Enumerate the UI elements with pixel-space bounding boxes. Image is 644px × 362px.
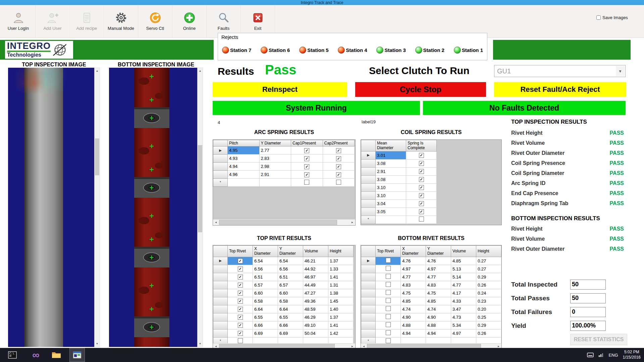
toolbar-button[interactable]: Online	[172, 5, 207, 38]
grid-cell[interactable]: 44.49	[303, 281, 328, 289]
grid-cell[interactable]: 2.77	[259, 146, 291, 155]
grid-cell[interactable]: 2.91	[259, 171, 291, 179]
cell-checkbox[interactable]	[386, 274, 391, 279]
row-header[interactable]	[361, 199, 376, 207]
grid-cell[interactable]: 6.69	[278, 329, 303, 337]
grid-cell[interactable]: 4.94	[426, 329, 451, 337]
grid-cell[interactable]: ✓	[291, 155, 323, 163]
grid-cell[interactable]: ✓	[323, 155, 355, 163]
grid-cell[interactable]: 4.77	[451, 281, 476, 289]
grid-cell[interactable]: 6.57	[253, 281, 278, 289]
grid-cell[interactable]: 6.60	[253, 289, 278, 297]
cell-checkbox[interactable]	[419, 217, 424, 222]
scroll-up-arrow[interactable]: ▲	[95, 68, 100, 74]
top-rivet-grid[interactable]: ◄ ► Top RivetX DiameterY DiameterVolumeH…	[213, 245, 356, 350]
row-header[interactable]	[361, 313, 376, 321]
row-header[interactable]	[213, 289, 228, 297]
row-header[interactable]	[213, 329, 228, 337]
grid-cell[interactable]: ✓	[228, 289, 253, 297]
grid-cell[interactable]: 48.59	[303, 305, 328, 313]
cell-checkbox[interactable]: ✓	[419, 153, 424, 158]
grid-cell[interactable]: 4.74	[401, 305, 426, 313]
cell-checkbox[interactable]: ✓	[238, 291, 243, 296]
toolbar-button[interactable]: User LogIn	[1, 5, 36, 38]
grid-cell[interactable]	[228, 179, 260, 187]
grid-cell[interactable]: 0.25	[476, 313, 501, 321]
grid-cell[interactable]	[376, 257, 401, 265]
grid-cell[interactable]: 1.41	[328, 321, 354, 329]
grid-cell[interactable]: ✓	[228, 329, 253, 337]
grid-cell[interactable]	[406, 216, 437, 224]
column-header[interactable]: X Diameter	[401, 246, 426, 257]
cell-checkbox[interactable]: ✓	[419, 169, 424, 174]
grid-cell[interactable]: 4.33	[451, 297, 476, 305]
cell-checkbox[interactable]: ✓	[419, 185, 424, 190]
grid-cell[interactable]: 46.29	[303, 313, 328, 321]
chevron-down-icon[interactable]: ▾	[616, 66, 625, 76]
grid-cell[interactable]	[323, 179, 355, 187]
grid-cell[interactable]: 1.37	[328, 313, 354, 321]
cell-checkbox[interactable]: ✓	[238, 275, 243, 280]
grid-cell[interactable]: 4.88	[401, 321, 426, 329]
grid-cell[interactable]: 3.01	[376, 151, 406, 159]
row-header[interactable]	[361, 273, 376, 281]
cell-checkbox[interactable]: ✓	[419, 201, 424, 206]
grid-cell[interactable]: 0.20	[476, 305, 501, 313]
column-header[interactable]: Top Rivet	[376, 246, 401, 257]
grid-cell[interactable]: 50.04	[303, 329, 328, 337]
grid-cell[interactable]: 6.58	[253, 297, 278, 305]
grid-cell[interactable]: ✓	[406, 199, 437, 207]
row-header[interactable]	[361, 305, 376, 313]
grid-cell[interactable]	[376, 321, 401, 329]
cell-checkbox[interactable]: ✓	[419, 161, 424, 166]
grid-cell[interactable]: 49.10	[303, 321, 328, 329]
grid-cell[interactable]: 2.83	[259, 155, 291, 163]
grid-cell[interactable]: 4.97	[426, 265, 451, 273]
toolbar-button[interactable]: Servo Ctl	[138, 5, 172, 38]
column-header[interactable]: Y Diameter	[259, 140, 291, 146]
row-header[interactable]	[213, 171, 228, 179]
grid-cell[interactable]: 3.47	[451, 305, 476, 313]
taskbar-file-explorer-button[interactable]	[49, 348, 64, 362]
grid-cell[interactable]	[376, 329, 401, 337]
cell-checkbox[interactable]	[386, 314, 391, 319]
grid-cell[interactable]: 6.55	[253, 313, 278, 321]
column-header[interactable]: Mean Diameter	[376, 140, 406, 152]
grid-cell[interactable]	[291, 179, 323, 187]
scroll-down-arrow[interactable]: ▼	[198, 341, 203, 347]
grid-cell[interactable]: ✓	[228, 257, 253, 265]
grid-cell[interactable]	[376, 297, 401, 305]
grid-cell[interactable]: 1.38	[328, 289, 354, 297]
grid-cell[interactable]: 6.66	[253, 321, 278, 329]
statistic-value-box[interactable]	[570, 293, 606, 303]
row-header[interactable]	[213, 305, 228, 313]
grid-cell[interactable]: ✓	[228, 265, 253, 273]
grid-cell[interactable]: ✓	[323, 146, 355, 155]
grid-cell[interactable]: 0.24	[476, 289, 501, 297]
column-header[interactable]: Volume	[303, 246, 328, 257]
grid-cell[interactable]	[376, 289, 401, 297]
grid-cell[interactable]: 6.56	[278, 265, 303, 273]
reinspect-button[interactable]: ReInspect	[213, 82, 347, 97]
row-header[interactable]	[213, 265, 228, 273]
cell-checkbox[interactable]	[386, 322, 391, 327]
column-header[interactable]: Top Rivet	[228, 246, 253, 257]
grid-cell[interactable]: ✓	[406, 191, 437, 199]
scroll-left-arrow[interactable]: ◄	[213, 220, 219, 225]
grid-cell[interactable]: 0.23	[476, 297, 501, 305]
grid-cell[interactable]: 4.85	[451, 257, 476, 265]
grid-cell[interactable]: 3.08	[376, 159, 406, 167]
taskbar-cmd-button[interactable]: C:\	[5, 348, 20, 362]
grid-cell[interactable]: 4.77	[401, 273, 426, 281]
grid-cell[interactable]: 3.04	[376, 199, 406, 207]
grid-cell[interactable]: 3.08	[376, 175, 406, 183]
grid-cell[interactable]: 4.75	[426, 289, 451, 297]
grid-cell[interactable]: ✓	[291, 146, 323, 155]
column-header[interactable]: Spring Is Complete	[406, 140, 437, 152]
grid-cell[interactable]: 0.29	[476, 273, 501, 281]
row-header[interactable]	[361, 167, 376, 175]
toolbar-button[interactable]: Add User	[36, 5, 70, 38]
language-indicator[interactable]: ENG	[608, 353, 618, 358]
taskbar-app-button[interactable]	[69, 348, 85, 362]
arc-spring-grid[interactable]: ◄ ► PitchY DiameterCap1PresentCap2Presen…	[213, 139, 356, 226]
